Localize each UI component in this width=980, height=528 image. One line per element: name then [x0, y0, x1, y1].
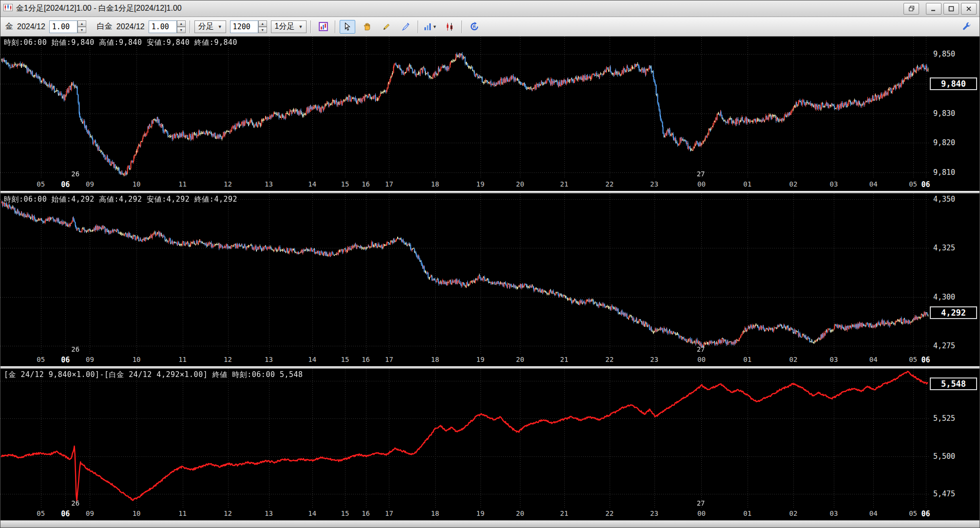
x-axis-label: 09 [86, 356, 94, 363]
close-icon [966, 6, 972, 12]
refresh-button[interactable]: R [466, 20, 482, 34]
y-axis-tick: 4,325 [933, 244, 955, 252]
x-axis-label: 03 [829, 356, 838, 363]
x-axis-label: 06 [61, 356, 70, 364]
y-axis-tick: 4,275 [933, 341, 955, 350]
x-axis-label: 03 [829, 180, 838, 188]
x-axis-label: 16 [362, 180, 370, 188]
spread-x-labels: 0506091011121314151617181920212223000102… [0, 508, 929, 520]
minimize-button[interactable] [926, 3, 942, 15]
chart-window: 金1分足[2024/12]1.00 - 白金1分足[2024/12]1.00 金… [0, 0, 980, 528]
platinum-last-price-badge: 4,292 [930, 306, 977, 319]
platinum-info-readout: 時刻:06:00 始値:4,292 高値:4,292 安値:4,292 終値:4… [4, 195, 237, 204]
x-axis-label: 23 [650, 180, 658, 188]
x-axis-label: 04 [869, 180, 878, 188]
select-cursor-button[interactable] [340, 20, 355, 34]
x-axis-label: 22 [605, 180, 614, 188]
draw-marker-button[interactable] [398, 20, 414, 34]
y-axis-tick: 5,525 [933, 414, 955, 423]
platinum-candlestick-canvas [0, 193, 929, 354]
pan-hand-button[interactable] [359, 20, 375, 34]
bar-count-spinner: 1200 ▲ ▼ [230, 20, 267, 33]
x-axis-label: 22 [605, 356, 614, 363]
day-marker: 27 [697, 499, 705, 507]
platinum-plot-area[interactable]: 時刻:06:00 始値:4,292 高値:4,292 安値:4,292 終値:4… [0, 193, 929, 354]
x-axis-label: 18 [431, 180, 439, 188]
x-axis-label: 01 [743, 509, 751, 517]
x-axis-label: 13 [265, 509, 273, 517]
spread-last-value-badge: 5,548 [930, 377, 977, 390]
x-axis-label: 11 [178, 509, 187, 517]
x-axis-label: 21 [560, 356, 568, 363]
spread-info-readout: [金 24/12 9,840×1.00]-[白金 24/12 4,292×1.0… [4, 370, 303, 379]
bar-count-down-icon[interactable]: ▼ [258, 27, 267, 33]
settings-button[interactable] [959, 20, 975, 34]
x-axis-label: 04 [869, 356, 878, 363]
indicators-icon [424, 23, 432, 31]
maximize-icon [948, 6, 954, 12]
bar-count-input[interactable]: 1200 [230, 20, 258, 33]
platinum-contract-month[interactable]: 2024/12 [116, 22, 145, 31]
gold-plot-area[interactable]: 時刻:06:00 始値:9,840 高値:9,840 安値:9,840 終値:9… [0, 37, 929, 178]
x-axis-label: 02 [789, 356, 798, 363]
bar-type-dropdown[interactable]: 分足 ▼ [194, 20, 226, 33]
x-axis-label: 15 [341, 180, 349, 188]
x-axis-label: 21 [560, 509, 568, 517]
toolbar-separator [310, 20, 311, 33]
window-bottom-edge [0, 520, 980, 528]
x-axis-label: 12 [224, 180, 232, 188]
platinum-multiplier-input[interactable]: 1.00 [149, 20, 177, 33]
gold-multiplier-input[interactable]: 1.00 [49, 20, 77, 33]
x-axis-label: 17 [385, 180, 393, 188]
spread-line-canvas [0, 369, 929, 508]
toolbar-separator [461, 20, 462, 33]
x-axis-label: 14 [308, 180, 316, 188]
x-axis-label: 11 [178, 180, 187, 188]
platinum-chart-panel: 時刻:06:00 始値:4,292 高値:4,292 安値:4,292 終値:4… [0, 193, 980, 366]
maximize-button[interactable] [943, 3, 959, 15]
platinum-symbol-label: 白金 [97, 21, 113, 32]
chart-window-button[interactable] [315, 20, 331, 34]
svg-text:R: R [473, 24, 476, 29]
x-axis-label: 05 [909, 356, 917, 363]
x-axis-label: 18 [431, 356, 439, 363]
gold-multiplier-down-icon[interactable]: ▼ [77, 27, 86, 33]
indicators-menu-button[interactable]: ▼ [423, 20, 438, 34]
x-axis-label: 17 [385, 509, 393, 517]
x-axis-label: 01 [743, 180, 751, 188]
gold-multiplier-spinner: 1.00 ▲ ▼ [49, 20, 86, 33]
chevron-down-icon: ▼ [299, 24, 303, 29]
spread-x-axis: 0506091011121314151617181920212223000102… [0, 508, 980, 520]
gold-contract-month[interactable]: 2024/12 [17, 22, 45, 31]
platinum-multiplier-up-icon[interactable]: ▲ [177, 20, 186, 27]
pencil-icon [382, 22, 391, 31]
y-axis-tick: 9,820 [933, 138, 955, 147]
x-axis-label: 05 [37, 509, 45, 517]
platinum-multiplier-down-icon[interactable]: ▼ [177, 27, 186, 33]
x-axis-label: 19 [476, 356, 484, 363]
platinum-y-axis: 4,292 4,3504,3254,3004,275 [929, 193, 980, 354]
axis-corner [929, 178, 980, 191]
spread-plot-area[interactable]: [金 24/12 9,840×1.00]-[白金 24/12 4,292×1.0… [0, 369, 929, 508]
x-axis-label: 18 [431, 509, 439, 517]
x-axis-label: 13 [265, 180, 273, 188]
bar-count-up-icon[interactable]: ▲ [258, 20, 267, 27]
interval-value: 1分足 [275, 21, 295, 32]
x-axis-label: 15 [341, 356, 349, 363]
x-axis-label: 09 [86, 509, 94, 517]
y-axis-tick: 4,300 [933, 293, 955, 302]
gold-symbol-label: 金 [5, 21, 13, 32]
x-axis-label: 00 [697, 356, 706, 363]
restore-layout-button[interactable] [903, 3, 919, 15]
y-axis-tick: 9,830 [933, 109, 955, 118]
gold-multiplier-up-icon[interactable]: ▲ [77, 20, 86, 27]
x-axis-label: 14 [308, 356, 316, 363]
spread-chart-panel: [金 24/12 9,840×1.00]-[白金 24/12 4,292×1.0… [0, 369, 980, 520]
hand-icon [363, 22, 371, 31]
close-button[interactable] [961, 3, 977, 15]
interval-dropdown[interactable]: 1分足 ▼ [271, 20, 307, 33]
platinum-x-axis: 0506091011121314151617181920212223000102… [0, 354, 980, 366]
titlebar[interactable]: 金1分足[2024/12]1.00 - 白金1分足[2024/12]1.00 [0, 0, 980, 17]
candle-style-button[interactable] [442, 20, 458, 34]
draw-pencil-button[interactable] [379, 20, 394, 34]
